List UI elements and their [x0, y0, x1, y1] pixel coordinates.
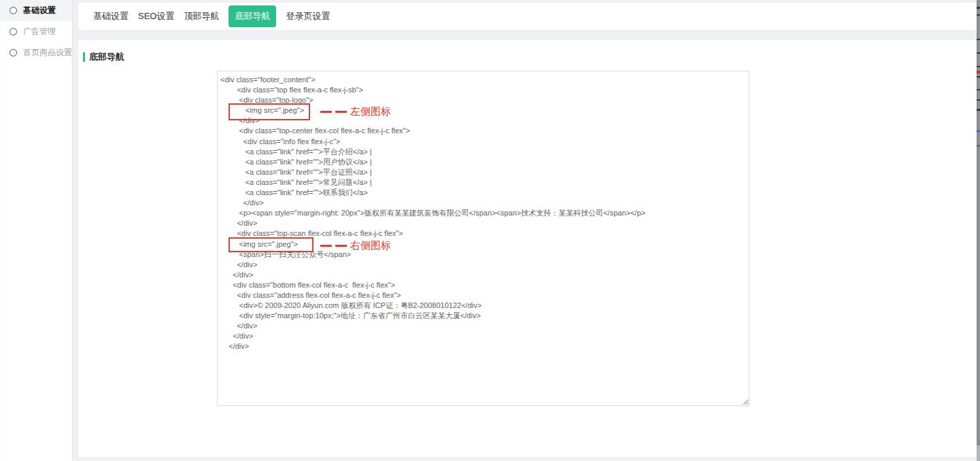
tab-login-page-settings[interactable]: 登录页设置	[286, 10, 330, 22]
sidebar-item-label: 广告管理	[23, 26, 56, 37]
minimap-mark	[977, 14, 980, 16]
minimap-mark	[977, 7, 980, 9]
sidebar-item-label: 首页商品设置	[23, 47, 72, 58]
sidebar-item-basic-settings[interactable]: 基础设置	[0, 0, 72, 21]
minimap-mark-red	[977, 71, 980, 73]
section-accent-bar	[83, 52, 85, 62]
radio-circle-icon	[10, 49, 17, 56]
tab-basic-settings[interactable]: 基础设置	[93, 10, 129, 22]
minimap-mark	[977, 89, 980, 90]
footer-html-code-editor[interactable]: <div class="footer_content"> <div class=…	[217, 71, 749, 406]
sidebar-item-homepage-products[interactable]: 首页商品设置	[0, 42, 72, 63]
minimap-mark	[977, 99, 980, 101]
minimap-mark	[977, 109, 980, 111]
minimap-mark	[977, 39, 980, 40]
radio-circle-icon	[10, 28, 17, 35]
settings-tab-bar: 基础设置 SEO设置 顶部导航 底部导航 登录页设置	[78, 3, 977, 30]
minimap-mark	[977, 76, 980, 78]
minimap-mark-blue	[977, 131, 980, 132]
section-title: 底部导航	[89, 51, 124, 63]
minimap-scrollbar[interactable]	[977, 0, 980, 461]
tab-footer-navigation[interactable]: 底部导航	[229, 5, 276, 27]
footer-navigation-panel: 底部导航 <div class="footer_content"> <div c…	[78, 40, 977, 457]
minimap-mark	[977, 52, 980, 54]
sidebar-item-label: 基础设置	[23, 5, 56, 16]
minimap-mark	[977, 145, 980, 147]
sidebar: 基础设置 广告管理 首页商品设置	[0, 0, 73, 461]
radio-circle-icon	[10, 7, 17, 14]
sidebar-item-ad-management[interactable]: 广告管理	[0, 21, 72, 42]
tab-seo-settings[interactable]: SEO设置	[138, 10, 174, 22]
tab-top-navigation[interactable]: 顶部导航	[184, 10, 219, 22]
minimap-track-end	[977, 445, 980, 461]
section-header: 底部导航	[83, 51, 124, 63]
minimap-mark	[977, 66, 980, 67]
